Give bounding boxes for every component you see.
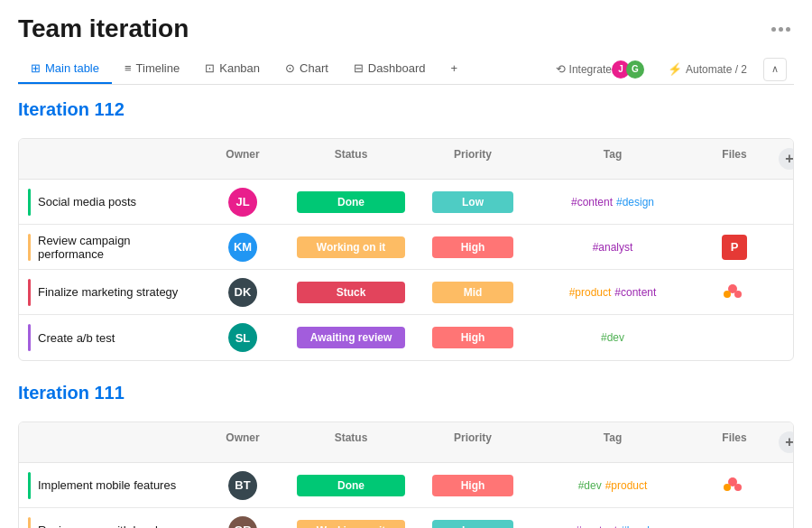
cell-name-0-1: Review campaign performance — [19, 227, 207, 268]
tag-item[interactable]: #design — [616, 196, 654, 208]
col-header-6[interactable]: + — [766, 144, 793, 173]
tag-item[interactable]: #legal — [621, 524, 650, 529]
tab-actions: ⟲ Integrate J G ⚡ Automate / 2 ∧ — [541, 57, 794, 82]
cell-owner-1-1: GR — [207, 509, 279, 529]
priority-badge[interactable]: High — [432, 236, 513, 258]
tag-item[interactable]: #content — [614, 286, 656, 299]
tag-item[interactable]: #product — [569, 286, 612, 299]
avatar[interactable]: SL — [228, 323, 257, 352]
tab-timeline-label: Timeline — [136, 61, 180, 75]
svg-point-1 — [724, 291, 731, 298]
iteration-section-0: Iteration 112OwnerStatusPriorityTagFiles… — [18, 99, 794, 361]
priority-badge[interactable]: High — [432, 327, 513, 348]
file-icon[interactable]: P — [722, 235, 747, 260]
content-area: Iteration 112OwnerStatusPriorityTagFiles… — [18, 85, 794, 528]
status-badge[interactable]: Working on it — [297, 236, 405, 258]
col-header-2: Status — [279, 428, 423, 457]
main-table-icon: ⊞ — [31, 61, 41, 75]
table-header-0: OwnerStatusPriorityTagFiles+ — [19, 139, 793, 180]
asana-icon[interactable] — [722, 280, 747, 305]
table-row-0-1: Review campaign performanceKMWorking on … — [19, 225, 793, 270]
tab-main-table[interactable]: ⊞ Main table — [18, 54, 112, 84]
collapse-button[interactable]: ∧ — [763, 58, 787, 81]
integrate-avatar-2: G — [626, 60, 644, 79]
asana-icon[interactable] — [722, 473, 747, 498]
status-badge[interactable]: Working on it — [297, 520, 405, 529]
automate-button[interactable]: ⚡ Automate / 2 — [660, 59, 754, 79]
cell-status-0-2[interactable]: Stuck — [279, 274, 423, 310]
cell-tag-0-0: #content#design — [522, 189, 703, 216]
col-header-6[interactable]: + — [766, 428, 793, 457]
integrate-button[interactable]: ⟲ Integrate J G — [549, 57, 651, 82]
avatar[interactable]: GR — [228, 516, 257, 529]
cell-status-1-1[interactable]: Working on it — [279, 513, 423, 529]
cell-priority-0-3[interactable]: High — [423, 320, 522, 356]
tab-chart[interactable]: ⊙ Chart — [272, 54, 341, 84]
avatar[interactable]: DK — [228, 278, 257, 307]
cell-status-0-1[interactable]: Working on it — [279, 229, 423, 265]
cell-tag-0-3: #dev — [522, 324, 703, 351]
tab-add[interactable]: + — [438, 54, 470, 84]
tab-kanban[interactable]: ⊡ Kanban — [192, 54, 272, 84]
status-badge[interactable]: Done — [297, 191, 405, 213]
tag-item[interactable]: #analyst — [593, 241, 633, 254]
table-row-1-1: Review page with legalGRWorking on itLow… — [19, 508, 793, 528]
tab-timeline[interactable]: ≡ Timeline — [112, 54, 192, 84]
task-name-0-1[interactable]: Review campaign performance — [38, 234, 198, 261]
avatar[interactable]: JL — [228, 188, 257, 217]
tags-container: #dev#product — [578, 479, 648, 492]
task-name-1-1[interactable]: Review page with legal — [38, 523, 158, 528]
task-name-0-3[interactable]: Create a/b test — [38, 331, 115, 345]
col-header-1: Owner — [207, 428, 279, 457]
cell-tag-1-1: #content#legal — [522, 517, 703, 529]
cell-files-0-1: P — [703, 227, 766, 267]
avatar-stack: J G — [615, 60, 644, 79]
cell-priority-0-1[interactable]: High — [423, 229, 522, 265]
status-badge[interactable]: Stuck — [297, 282, 405, 303]
cell-plus-1-1 — [766, 523, 793, 529]
priority-badge[interactable]: Mid — [432, 282, 513, 303]
task-name-0-2[interactable]: Finalize marketing strategy — [38, 285, 178, 299]
col-header-3: Priority — [423, 144, 522, 173]
priority-badge[interactable]: Low — [432, 191, 513, 213]
cell-files-0-3 — [703, 330, 766, 345]
task-name-0-0[interactable]: Social media posts — [38, 195, 136, 208]
cell-status-0-0[interactable]: Done — [279, 184, 423, 220]
status-badge[interactable]: Awaiting review — [297, 327, 405, 348]
tags-container: #product#content — [569, 286, 657, 299]
priority-badge[interactable]: Low — [432, 520, 513, 529]
col-header-5: Files — [703, 144, 766, 173]
cell-tag-1-0: #dev#product — [522, 472, 703, 499]
automate-label: Automate / 2 — [686, 63, 747, 76]
tab-chart-label: Chart — [300, 61, 328, 75]
row-accent-bar — [28, 189, 31, 216]
tag-item[interactable]: #product — [605, 479, 648, 492]
tag-item[interactable]: #content — [576, 524, 617, 529]
col-header-5: Files — [703, 428, 766, 457]
cell-status-0-3[interactable]: Awaiting review — [279, 320, 423, 356]
avatar[interactable]: BT — [228, 471, 257, 500]
timeline-icon: ≡ — [125, 61, 132, 75]
tabs-row: ⊞ Main table ≡ Timeline ⊡ Kanban ⊙ Chart… — [18, 54, 794, 85]
tab-dashboard-label: Dashboard — [368, 61, 426, 75]
tab-dashboard[interactable]: ⊟ Dashboard — [341, 54, 438, 84]
add-column-button[interactable]: + — [779, 148, 794, 170]
tag-item[interactable]: #content — [571, 196, 613, 208]
task-name-1-0[interactable]: Implement mobile features — [38, 478, 176, 492]
cell-status-1-0[interactable]: Done — [279, 468, 423, 504]
status-badge[interactable]: Done — [297, 475, 405, 496]
page-title: Team iteration — [18, 14, 189, 43]
tag-item[interactable]: #dev — [578, 479, 602, 492]
priority-badge[interactable]: High — [432, 475, 513, 496]
more-options-button[interactable] — [768, 23, 794, 35]
add-column-button[interactable]: + — [779, 431, 794, 453]
avatar[interactable]: KM — [228, 233, 257, 262]
integrate-label: Integrate — [569, 63, 612, 76]
cell-priority-1-0[interactable]: High — [423, 468, 522, 504]
table-header-1: OwnerStatusPriorityTagFiles+ — [19, 422, 793, 463]
automate-icon: ⚡ — [668, 62, 682, 76]
cell-priority-0-0[interactable]: Low — [423, 184, 522, 220]
tag-item[interactable]: #dev — [601, 331, 624, 344]
cell-priority-0-2[interactable]: Mid — [423, 274, 522, 310]
cell-priority-1-1[interactable]: Low — [423, 513, 522, 529]
